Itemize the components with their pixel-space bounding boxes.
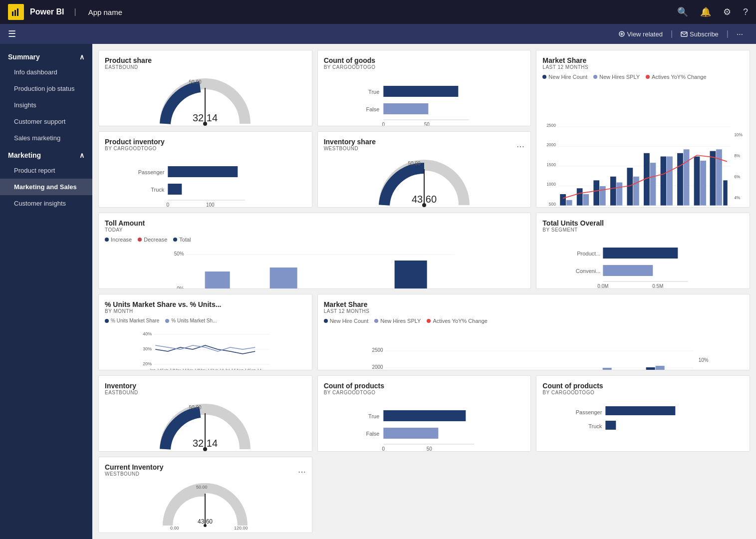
svg-rect-48 [694,157,700,206]
card-market-share-bottom: Market Share LAST 12 MONTHS New Hire Cou… [317,294,750,370]
sidebar-item-product-report[interactable]: Product report [0,162,92,179]
card-subtitle-inventory-share: WESTBOUND [324,146,376,151]
svg-rect-39 [617,183,623,206]
svg-rect-91 [603,265,653,276]
svg-text:43.60: 43.60 [198,518,213,525]
svg-rect-170 [606,406,676,415]
market-share-combo-chart: 500 1000 1500 2000 2500 4% 6% 8% 10% [542,83,744,208]
svg-text:500: 500 [549,202,556,207]
svg-rect-142 [646,367,655,370]
card-inventory: Inventory EASTBOUND 32.14 0.00 50.00 120… [98,375,312,452]
more-options-button[interactable]: ⋯ [732,28,748,40]
card-subtitle-count-of-products: BY CARGOODTOGO [324,390,525,395]
notification-icon[interactable]: 🔔 [700,6,711,17]
card-subtitle-units-market-share: BY MONTH [105,308,306,314]
svg-rect-89 [603,248,678,259]
app-name: App name [88,8,122,16]
bar-chart-total-units: Product... Conveni... 0.0M 0.5M [542,237,744,289]
svg-rect-50 [710,151,716,206]
sidebar-item-sales-marketing[interactable]: Sales marketing [0,130,92,146]
subscribe-button[interactable]: Subscribe [676,28,724,40]
gauge-chart-inventory-share: 43.60 0.00 50.00 120.00 [374,155,474,208]
svg-rect-14 [383,103,428,114]
bar-chart-product-inventory: Passenger Truck 0 100 [105,155,306,208]
svg-rect-49 [701,161,707,206]
svg-rect-0 [12,11,13,16]
more-options-icon[interactable]: ⋯ [516,142,524,151]
sidebar-item-marketing-and-sales[interactable]: Marketing and Sales [0,179,92,195]
svg-text:False: False [366,431,379,437]
svg-rect-43 [650,163,656,206]
svg-text:0: 0 [167,202,170,208]
svg-text:120.00: 120.00 [237,451,252,452]
svg-text:Apr-14: Apr-14 [187,368,199,370]
view-related-button[interactable]: View related [613,28,668,40]
card-subtitle-count-of-goods: BY CARGOODTOGO [324,64,525,70]
market-share-2-legend: New Hire Count New Hires SPLY Actives Yo… [324,318,744,324]
card-title-market-share-2: Market Share [324,300,744,308]
svg-text:Aug-14: Aug-14 [236,368,249,370]
svg-rect-51 [716,149,722,205]
sidebar-item-info-dashboard[interactable]: Info dashboard [0,64,92,80]
card-count-of-products: Count of products BY CARGOODTOGO True Fa… [317,375,531,452]
svg-rect-44 [661,157,667,206]
card-title-product-inventory: Product inventory [105,138,306,146]
bar-chart-count-of-products: True False 0 50 [324,399,525,452]
market-share-legend: New Hire Count New Hires SPLY Actives Yo… [542,74,744,80]
sidebar-summary-header[interactable]: Summary ∧ [0,48,92,64]
svg-rect-139 [602,368,611,370]
svg-text:May-14: May-14 [199,368,212,370]
sidebar-item-production-job-status[interactable]: Production job status [0,80,92,97]
current-inventory-more-icon[interactable]: ⋯ [298,467,306,477]
svg-text:Truck: Truck [589,423,603,429]
svg-text:50%: 50% [174,251,184,257]
svg-text:120.00: 120.00 [456,207,471,208]
svg-text:Conveni...: Conveni... [576,268,601,274]
content-area: Product share EASTBOUND 32.14 0.00 50.00… [92,44,756,539]
svg-rect-172 [606,421,616,430]
sidebar-item-customer-insights[interactable]: Customer insights [0,195,92,212]
svg-text:10%: 10% [735,132,743,137]
card-title-total-units: Total Units Overall [542,219,744,227]
svg-rect-165 [383,428,438,439]
toolbar-actions: View related | Subscribe | ⋯ [613,28,748,40]
svg-rect-45 [667,157,673,206]
toll-amount-chart: 50% 0% <30 30-49 50+ Total [105,246,524,289]
card-subtitle-total-units: BY SEGMENT [542,227,744,233]
card-subtitle-count-products-2: BY CARGOODTOGO [542,390,744,395]
card-count-of-goods: Count of goods BY CARGOODTOGO True False… [317,50,531,126]
card-title-market-share: Market Share [542,56,744,64]
sidebar-item-customer-support[interactable]: Customer support [0,113,92,130]
card-title-count-of-products: Count of products [324,382,525,390]
card-subtitle-current-inventory: WESTBOUND [105,471,163,477]
gauge-chart-current-inventory: 43.60 0.00 50.00 120.00 [160,481,250,531]
svg-rect-82 [270,268,297,289]
card-product-inventory: Product inventory BY CARGOODTOGO Passeng… [98,131,312,208]
search-icon[interactable]: 🔍 [677,6,688,17]
svg-text:True: True [368,89,379,95]
svg-text:20%: 20% [143,361,152,366]
bar-chart-count-products-2: Passenger Truck [542,399,744,439]
card-title-toll-amount: Toll Amount [105,219,524,227]
svg-text:120.00: 120.00 [237,125,252,126]
sidebar: Summary ∧ Info dashboard Production job … [0,44,92,539]
card-market-share-top: Market Share LAST 12 MONTHS New Hire Cou… [536,50,750,208]
help-icon[interactable]: ? [743,7,748,17]
card-toll-amount: Toll Amount TODAY Increase Decrease Tota… [98,213,531,289]
main-layout: Summary ∧ Info dashboard Production job … [0,44,756,539]
sidebar-marketing-header[interactable]: Marketing ∧ [0,146,92,162]
svg-rect-36 [594,180,600,205]
svg-text:2500: 2500 [547,123,556,128]
svg-text:40%: 40% [143,331,152,336]
hamburger-menu-icon[interactable]: ☰ [8,28,16,39]
svg-text:50.00: 50.00 [196,485,208,490]
settings-icon[interactable]: ⚙ [723,6,731,17]
svg-rect-32 [560,194,566,206]
svg-text:50.00: 50.00 [408,161,420,166]
sidebar-item-insights[interactable]: Insights [0,97,92,113]
card-subtitle-product-share: EASTBOUND [105,64,306,70]
svg-text:32.14: 32.14 [193,112,218,123]
svg-text:4%: 4% [735,195,741,200]
card-title-inventory: Inventory [105,382,306,390]
svg-text:2500: 2500 [372,347,383,353]
